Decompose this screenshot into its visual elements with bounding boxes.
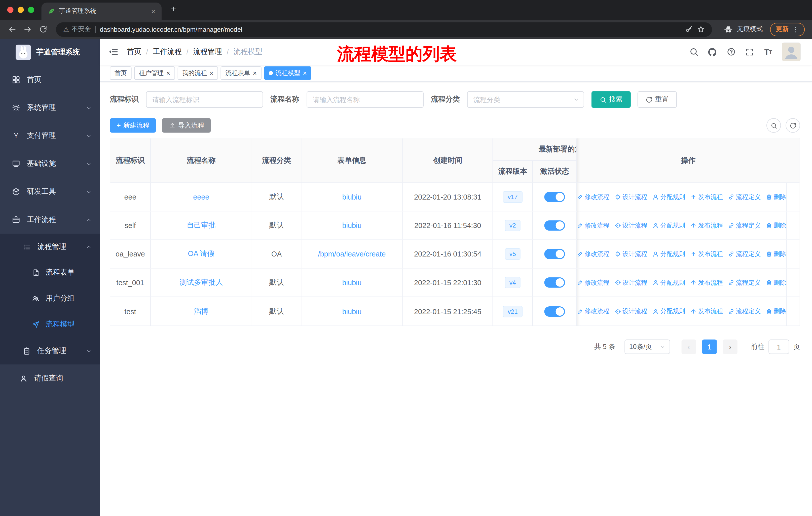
sidebar-item-task-management[interactable]: 任务管理: [0, 337, 100, 364]
publish-process-link[interactable]: 发布流程: [690, 250, 723, 259]
process-definition-link[interactable]: 流程定义: [728, 307, 761, 316]
help-icon[interactable]: [726, 47, 736, 57]
form-info-link[interactable]: biubiu: [342, 221, 362, 230]
reload-button[interactable]: [36, 22, 50, 36]
process-definition-link[interactable]: 流程定义: [728, 278, 761, 287]
tag-tenant-management[interactable]: 租户管理×: [134, 66, 175, 80]
goto-page-input[interactable]: [768, 340, 789, 354]
publish-process-link[interactable]: 发布流程: [690, 278, 723, 287]
close-window-button[interactable]: [7, 7, 13, 13]
bookmark-star-icon[interactable]: [697, 25, 705, 33]
active-toggle[interactable]: [544, 192, 565, 202]
sidebar-item-payment[interactable]: ¥ 支付管理: [0, 122, 100, 150]
process-name-link[interactable]: OA 请假: [188, 249, 214, 259]
sidebar-item-process-model[interactable]: 流程模型: [0, 311, 100, 337]
design-process-link[interactable]: 设计流程: [615, 192, 647, 201]
search-icon[interactable]: [689, 47, 698, 57]
assign-rule-link[interactable]: 分配规则: [652, 192, 685, 201]
tab-close-icon[interactable]: ×: [151, 7, 155, 16]
new-tab-button[interactable]: +: [168, 4, 179, 15]
design-process-link[interactable]: 设计流程: [615, 278, 647, 287]
edit-process-link[interactable]: 修改流程: [577, 250, 610, 259]
form-info-link[interactable]: biubiu: [342, 193, 362, 201]
process-category-select[interactable]: [467, 91, 584, 108]
breadcrumb-process-management[interactable]: 流程管理: [193, 47, 222, 56]
security-status[interactable]: ⚠不安全: [63, 25, 91, 34]
sidebar-item-process-management[interactable]: 流程管理: [0, 234, 100, 260]
assign-rule-link[interactable]: 分配规则: [652, 221, 685, 230]
delete-link[interactable]: 删除: [766, 221, 786, 230]
design-process-link[interactable]: 设计流程: [615, 307, 647, 316]
tag-my-process[interactable]: 我的流程×: [177, 66, 218, 80]
maximize-window-button[interactable]: [28, 7, 34, 13]
edit-process-link[interactable]: 修改流程: [577, 221, 610, 230]
search-button[interactable]: 搜索: [591, 91, 631, 108]
active-toggle[interactable]: [544, 277, 565, 288]
process-name-link[interactable]: 测试多审批人: [179, 278, 223, 287]
url-text[interactable]: dashboard.yudao.iocoder.cn/bpm/manager/m…: [100, 26, 681, 33]
edit-process-link[interactable]: 修改流程: [577, 307, 610, 316]
page-size-select[interactable]: 10条/页: [625, 340, 670, 354]
process-name-link[interactable]: 滔博: [194, 307, 208, 316]
reset-button[interactable]: 重置: [638, 91, 677, 108]
sidebar-item-infrastructure[interactable]: 基础设施: [0, 150, 100, 178]
edit-process-link[interactable]: 修改流程: [577, 278, 610, 287]
tag-home[interactable]: 首页: [110, 66, 132, 80]
process-definition-link[interactable]: 流程定义: [728, 221, 761, 230]
close-icon[interactable]: ×: [209, 70, 213, 77]
sidebar-item-workflow[interactable]: 工作流程: [0, 206, 100, 234]
edit-process-link[interactable]: 修改流程: [577, 192, 610, 201]
process-id-input[interactable]: [146, 91, 263, 108]
forward-button[interactable]: [21, 22, 34, 36]
refresh-table-button[interactable]: [786, 118, 800, 133]
password-key-icon[interactable]: [685, 25, 693, 33]
process-name-link[interactable]: eeee: [193, 193, 209, 201]
publish-process-link[interactable]: 发布流程: [690, 221, 723, 230]
delete-link[interactable]: 删除: [766, 192, 786, 201]
active-toggle[interactable]: [544, 249, 565, 259]
minimize-window-button[interactable]: [18, 7, 24, 13]
close-icon[interactable]: ×: [253, 70, 257, 77]
sidebar-collapse-button[interactable]: [108, 47, 119, 57]
sidebar-item-process-form[interactable]: 流程表单: [0, 260, 100, 286]
publish-process-link[interactable]: 发布流程: [690, 192, 723, 201]
sidebar-item-devtools[interactable]: 研发工具: [0, 178, 100, 206]
prev-page-button[interactable]: ‹: [682, 340, 696, 354]
sidebar-item-user-group[interactable]: 用户分组: [0, 286, 100, 312]
form-info-link[interactable]: /bpm/oa/leave/create: [318, 250, 386, 258]
github-icon[interactable]: [707, 47, 717, 57]
delete-link[interactable]: 删除: [766, 250, 786, 259]
active-toggle[interactable]: [544, 220, 565, 230]
address-bar[interactable]: ⚠不安全 dashboard.yudao.iocoder.cn/bpm/mana…: [56, 22, 712, 36]
tag-process-form[interactable]: 流程表单×: [221, 66, 262, 80]
delete-link[interactable]: 删除: [766, 307, 786, 316]
breadcrumb-home[interactable]: 首页: [127, 47, 141, 56]
assign-rule-link[interactable]: 分配规则: [652, 250, 685, 259]
browser-tab[interactable]: 芋道管理系统 ×: [41, 2, 162, 20]
assign-rule-link[interactable]: 分配规则: [652, 307, 685, 316]
page-1-button[interactable]: 1: [702, 340, 717, 354]
fullscreen-icon[interactable]: [745, 47, 755, 57]
design-process-link[interactable]: 设计流程: [615, 221, 647, 230]
delete-link[interactable]: 删除: [766, 278, 786, 287]
browser-update-button[interactable]: 更新 ⋮: [770, 22, 805, 36]
show-search-button[interactable]: [766, 118, 781, 133]
tag-process-model-active[interactable]: 流程模型×: [264, 66, 311, 80]
browser-menu-icon[interactable]: ⋮: [792, 25, 799, 33]
user-avatar[interactable]: [782, 43, 801, 61]
breadcrumb-workflow[interactable]: 工作流程: [153, 47, 182, 56]
process-definition-link[interactable]: 流程定义: [728, 192, 761, 201]
process-name-link[interactable]: 自己审批: [187, 221, 216, 230]
sidebar-item-home[interactable]: 首页: [0, 66, 100, 94]
process-definition-link[interactable]: 流程定义: [728, 250, 761, 259]
create-process-button[interactable]: +新建流程: [110, 118, 156, 133]
close-icon[interactable]: ×: [166, 70, 170, 77]
active-toggle[interactable]: [544, 306, 565, 317]
next-page-button[interactable]: ›: [723, 340, 737, 354]
design-process-link[interactable]: 设计流程: [615, 250, 647, 259]
assign-rule-link[interactable]: 分配规则: [652, 278, 685, 287]
import-process-button[interactable]: 导入流程: [162, 118, 211, 133]
close-icon[interactable]: ×: [303, 70, 307, 77]
font-size-icon[interactable]: TT: [763, 47, 773, 57]
form-info-link[interactable]: biubiu: [342, 278, 362, 287]
